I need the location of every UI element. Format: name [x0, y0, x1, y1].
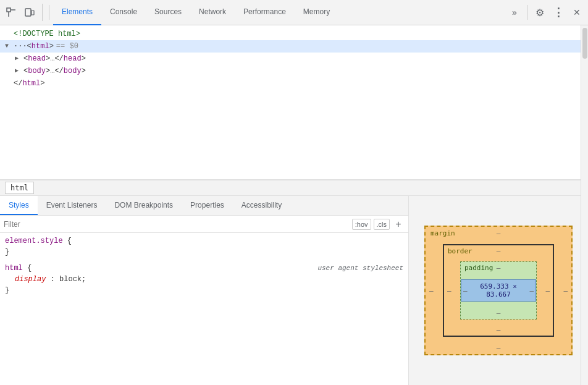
padding-label: padding [464, 264, 493, 272]
triangle-empty [5, 30, 12, 38]
box-model-container: margin – – – – border – – – – [409, 196, 588, 385]
tab-styles[interactable]: Styles [0, 196, 38, 215]
border-bottom[interactable]: – [497, 326, 501, 334]
svg-rect-3 [25, 9, 31, 16]
dom-line-html[interactable]: ··· <html> == $0 [0, 40, 588, 53]
filter-input[interactable] [4, 220, 350, 229]
border-right[interactable]: – [545, 287, 550, 295]
triangle-html[interactable] [5, 43, 12, 50]
svg-rect-4 [32, 11, 34, 15]
dom-line-doctype[interactable]: <!DOCTYPE html> [0, 28, 588, 40]
dom-content[interactable]: <!DOCTYPE html> ··· <html> == $0 <head> … [0, 28, 588, 90]
devtools-toolbar: Elements Console Sources Network Perform… [0, 0, 588, 25]
toolbar-right: » ⚙ ⋮ ✕ [506, 4, 586, 21]
tab-console[interactable]: Console [101, 0, 146, 25]
tab-properties[interactable]: Properties [182, 196, 233, 215]
css-value-block[interactable]: block; [59, 275, 86, 284]
settings-button[interactable]: ⚙ [531, 4, 548, 21]
device-toggle-button[interactable] [21, 4, 38, 21]
border-label: border [448, 247, 472, 255]
svg-rect-0 [7, 8, 10, 12]
close-devtools-button[interactable]: ✕ [568, 4, 586, 21]
tab-dom-breakpoints[interactable]: DOM Breakpoints [106, 196, 182, 215]
breadcrumb-bar: html [0, 180, 588, 196]
border-left[interactable]: – [447, 287, 452, 295]
border-top[interactable]: – [497, 247, 501, 255]
css-rules[interactable]: element.style { } html { user agent styl… [0, 233, 408, 385]
css-selector-html: html [5, 264, 23, 273]
more-tabs-button[interactable]: » [506, 4, 523, 21]
dom-line-html-close[interactable]: </html> [0, 77, 588, 90]
css-source-html: user agent stylesheet [317, 263, 403, 274]
devtools-body: <!DOCTYPE html> ··· <html> == $0 <head> … [0, 25, 588, 385]
dom-line-head[interactable]: <head> … </head> [0, 53, 588, 65]
tab-list: Elements Console Sources Network Perform… [53, 0, 505, 25]
bottom-panel: Styles Event Listeners DOM Breakpoints P… [0, 196, 588, 385]
toolbar-icons [2, 4, 43, 21]
margin-top[interactable]: – [497, 229, 501, 237]
scrollbar[interactable] [581, 196, 588, 385]
padding-top[interactable]: – [497, 264, 501, 272]
box-model-panel: margin – – – – border – – – – [409, 196, 588, 385]
tab-elements[interactable]: Elements [53, 0, 101, 25]
dom-line-body[interactable]: <body> … </body> [0, 65, 588, 77]
margin-label: margin [430, 229, 455, 237]
triangle-empty-2 [5, 80, 12, 87]
bm-content: 659.333 × 83.667 [461, 279, 536, 302]
tab-network[interactable]: Network [190, 0, 235, 25]
toolbar-divider [49, 5, 49, 20]
toolbar-divider-2 [527, 5, 527, 20]
content-size[interactable]: 659.333 × 83.667 [468, 282, 529, 298]
cls-button[interactable]: .cls [374, 219, 390, 230]
tab-memory[interactable]: Memory [295, 0, 338, 25]
breadcrumb-html[interactable]: html [5, 182, 34, 194]
hov-button[interactable]: :hov [352, 219, 371, 230]
add-rule-button[interactable]: + [392, 218, 405, 231]
padding-left[interactable]: – [463, 287, 468, 295]
tab-accessibility[interactable]: Accessibility [233, 196, 290, 215]
tab-event-listeners[interactable]: Event Listeners [38, 196, 106, 215]
css-rule-html: html { user agent stylesheet display : b… [5, 263, 403, 296]
tab-sources[interactable]: Sources [146, 0, 190, 25]
dom-panel[interactable]: <!DOCTYPE html> ··· <html> == $0 <head> … [0, 25, 588, 180]
css-rule-element-style: element.style { } [5, 235, 403, 258]
triangle-body[interactable] [15, 67, 22, 75]
padding-bottom[interactable]: – [497, 309, 501, 317]
triangle-head[interactable] [15, 55, 22, 62]
inspect-button[interactable] [2, 4, 20, 21]
bm-margin: margin – – – – border – – – – [424, 226, 573, 355]
margin-right[interactable]: – [563, 287, 568, 295]
margin-bottom[interactable]: – [497, 344, 501, 352]
more-options-button[interactable]: ⋮ [550, 4, 567, 21]
css-selector-element-style: element.style [5, 237, 63, 245]
css-property-display[interactable]: display [15, 275, 46, 284]
tab-performance[interactable]: Performance [235, 0, 295, 25]
margin-left[interactable]: – [429, 287, 434, 295]
bm-border: border – – – – padding – – – – [443, 244, 554, 337]
box-model-diagram: margin – – – – border – – – – [424, 226, 573, 355]
styles-panel: Styles Event Listeners DOM Breakpoints P… [0, 196, 409, 385]
bm-padding: padding – – – – 659.333 × 83.667 [460, 261, 537, 319]
filter-bar: :hov .cls + [0, 216, 408, 233]
padding-right[interactable]: – [529, 287, 534, 295]
panel-tabs: Styles Event Listeners DOM Breakpoints P… [0, 196, 408, 216]
doctype-text: <!DOCTYPE html> [14, 30, 80, 38]
